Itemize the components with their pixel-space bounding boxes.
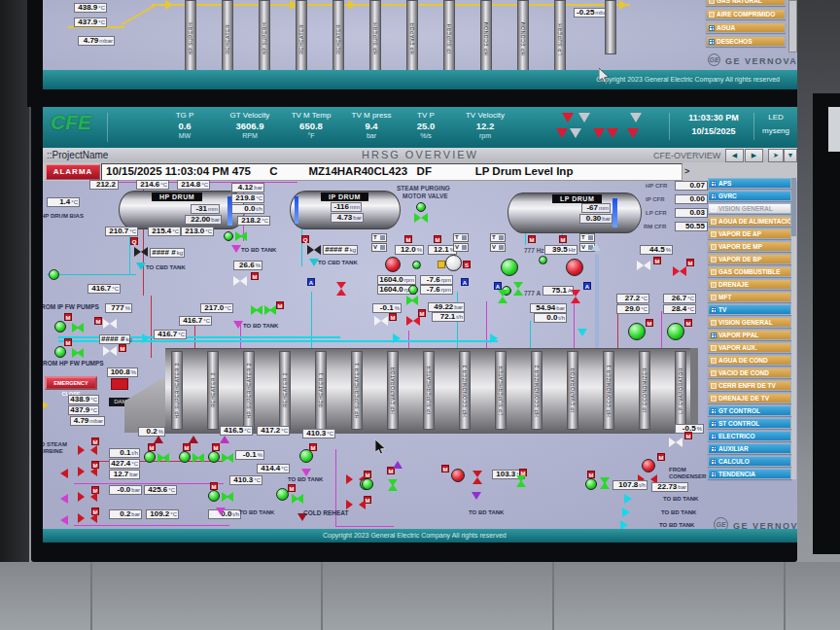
pump-icon[interactable] — [628, 323, 646, 340]
valve-icon[interactable] — [406, 316, 420, 326]
pump-icon[interactable] — [54, 346, 66, 358]
sidebar-item-vapor-bp[interactable]: VAPOR DE BP — [708, 254, 791, 264]
valve-icon[interactable] — [78, 513, 97, 527]
valve-icon[interactable] — [72, 348, 84, 358]
sidebar-item-vapor-aux[interactable]: VAPOR AUX. — [708, 342, 791, 353]
alarm-triangle-icon[interactable] — [570, 128, 581, 138]
v-selector[interactable]: V — [453, 243, 469, 252]
valve-icon[interactable] — [103, 319, 117, 329]
valve-icon[interactable] — [374, 316, 388, 326]
pump-icon[interactable] — [144, 451, 156, 463]
valve-icon[interactable] — [669, 438, 682, 447]
nav-pointer-button[interactable]: ➤ — [768, 149, 784, 162]
alarm-scroll-chevron[interactable]: > — [684, 166, 689, 176]
valve-icon[interactable] — [222, 453, 233, 463]
pump-icon[interactable] — [667, 323, 684, 340]
menu-item[interactable]: AGUA — [706, 22, 786, 33]
sidebar-scrollbar[interactable] — [791, 178, 796, 479]
sidebar-item-cerr-enfr-tv[interactable]: CERR ENFR DE TV — [708, 380, 791, 391]
alarm-banner[interactable]: 10/15/2025 11:03:04 PM 475 C MZ14HAR40CL… — [101, 163, 682, 181]
pump-icon[interactable] — [451, 469, 465, 482]
valve-icon[interactable] — [264, 305, 276, 315]
alarm-button[interactable]: ALARMA — [46, 164, 100, 180]
v-selector[interactable]: V — [371, 243, 387, 252]
nav-filter-button[interactable]: ▼ — [784, 149, 797, 162]
sidebar-item-gvrc[interactable]: GVRC — [708, 191, 791, 201]
pump-icon[interactable] — [54, 321, 66, 332]
valve-icon[interactable] — [498, 290, 508, 303]
t-selector[interactable]: T — [371, 233, 387, 242]
sidebar-item-vacio-cond[interactable]: VACIO DE COND — [708, 368, 791, 378]
pump-icon[interactable] — [642, 459, 655, 472]
valve-icon[interactable] — [673, 266, 686, 276]
menu-item[interactable]: AIRE COMPRIMIDO — [706, 9, 786, 19]
pump-icon[interactable] — [416, 202, 426, 212]
pump-icon[interactable] — [179, 451, 191, 463]
valve-icon[interactable] — [78, 492, 97, 506]
sidebar-item-st-control[interactable]: ST CONTROL — [708, 418, 791, 429]
sidebar-item-vision-general[interactable]: VISION GENERAL — [708, 203, 791, 214]
pump-icon[interactable] — [224, 231, 233, 241]
t-selector[interactable]: T — [490, 233, 506, 242]
sidebar-item-agua-alimentacion[interactable]: AGUA DE ALIMENTACION — [708, 216, 791, 227]
valve-icon[interactable] — [414, 213, 428, 223]
pump-icon[interactable] — [299, 449, 313, 463]
t-selector[interactable]: T — [579, 233, 595, 242]
pump-icon[interactable] — [49, 269, 59, 280]
nav-prev-button[interactable]: ◀ — [725, 149, 744, 162]
alarm-triangle-icon[interactable] — [562, 113, 574, 122]
valve-icon[interactable] — [336, 282, 346, 296]
sidebar-item-tv[interactable]: TV — [708, 304, 791, 315]
valve-icon[interactable] — [222, 492, 233, 502]
sidebar-item-gt-control[interactable]: GT CONTROL — [708, 405, 791, 416]
valve-icon[interactable] — [406, 296, 418, 305]
valve-icon[interactable] — [235, 231, 247, 241]
pump-icon[interactable] — [445, 255, 462, 271]
sidebar-item-vapor-mp[interactable]: VAPOR DE MP — [708, 241, 791, 252]
valve-icon[interactable] — [307, 245, 321, 255]
pump-icon[interactable] — [566, 259, 583, 276]
valve-icon[interactable] — [571, 290, 580, 303]
pump-icon[interactable] — [501, 259, 518, 276]
valve-icon[interactable] — [192, 453, 204, 463]
pump-icon[interactable] — [385, 257, 401, 272]
sidebar-item-agua-cond[interactable]: AGUA DE COND — [708, 355, 791, 366]
sidebar-item-drenaje-tv[interactable]: DRENAJE DE TV — [708, 393, 791, 403]
valve-icon[interactable] — [600, 477, 610, 489]
sidebar-item-gas-combustible[interactable]: GAS COMBUSTIBLE — [708, 266, 791, 277]
sidebar-item-calculo[interactable]: CALCULO — [708, 456, 791, 467]
pump-icon[interactable] — [412, 261, 421, 269]
sidebar-item-vapor-ppal[interactable]: VAPOR PPAL — [708, 330, 791, 340]
pump-icon[interactable] — [585, 478, 597, 490]
valve-icon[interactable] — [516, 475, 526, 487]
valve-icon[interactable] — [233, 276, 247, 286]
alarm-triangle-icon[interactable] — [607, 128, 618, 138]
alarm-triangle-icon[interactable] — [578, 113, 590, 122]
valve-icon[interactable] — [103, 346, 117, 356]
valve-icon[interactable] — [158, 453, 169, 463]
emergency-close-button[interactable]: EMERGENCY CLOSE — [45, 376, 97, 390]
sidebar-item-aps[interactable]: APS — [708, 178, 791, 189]
valve-icon[interactable] — [292, 494, 303, 504]
valve-icon[interactable] — [251, 305, 262, 315]
valve-icon[interactable] — [388, 479, 398, 491]
alarm-triangle-icon[interactable] — [627, 128, 639, 138]
menu-item[interactable]: DESECHOS — [706, 36, 786, 47]
valve-icon[interactable] — [346, 500, 366, 513]
menu-item[interactable]: GAS NATURAL — [706, 0, 786, 6]
nav-next-button[interactable]: ▶ — [745, 149, 763, 162]
alarm-triangle-icon[interactable] — [556, 128, 568, 138]
v-selector[interactable]: V — [490, 243, 506, 252]
sidebar-item-electrico[interactable]: ELECTRICO — [708, 431, 791, 441]
pump-icon[interactable] — [539, 256, 547, 264]
valve-icon[interactable] — [72, 323, 84, 332]
valve-icon[interactable] — [78, 445, 97, 459]
valve-icon[interactable] — [134, 247, 148, 257]
valve-icon[interactable] — [472, 471, 482, 484]
pump-icon[interactable] — [408, 285, 418, 295]
sidebar-item-drenaje[interactable]: DRENAJE — [708, 279, 791, 290]
sidebar-item-mft[interactable]: MFT — [708, 292, 791, 302]
valve-icon[interactable] — [513, 282, 523, 296]
sidebar-item-vapor-ap[interactable]: VAPOR DE AP — [708, 228, 791, 239]
pump-icon[interactable] — [362, 478, 373, 490]
